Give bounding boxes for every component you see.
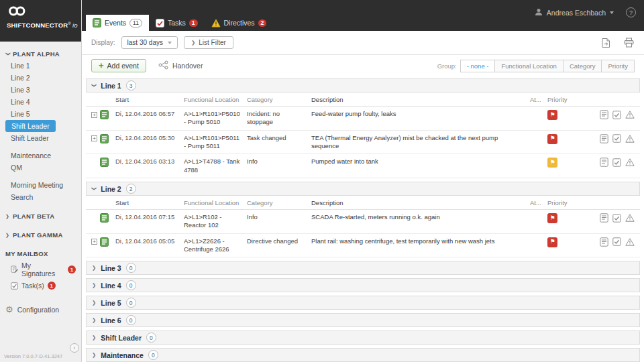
event-row[interactable]: Di, 12.04.2016 07:15 A>L1>R102 - Reactor…	[86, 210, 640, 234]
column-start[interactable]: Start	[115, 96, 184, 103]
sidebar-item-qm[interactable]: QM	[0, 162, 81, 174]
sidebar-section-plant-alpha[interactable]: PLANT ALPHA	[0, 48, 81, 60]
sidebar-collapse-button[interactable]: ‹	[70, 343, 79, 353]
column-attachments[interactable]: At...	[530, 96, 547, 103]
note-action-icon[interactable]	[600, 213, 608, 223]
cell-category: Info	[247, 158, 311, 166]
group-by-option[interactable]: Priority	[601, 60, 635, 72]
column-start[interactable]: Start	[115, 199, 184, 206]
group-header[interactable]: Line 6 0	[86, 313, 640, 327]
note-action-icon[interactable]	[600, 158, 608, 167]
directive-action-icon[interactable]	[625, 214, 635, 222]
task-action-icon[interactable]	[612, 214, 621, 223]
display-select[interactable]: last 30 days	[121, 36, 178, 49]
group-by-option[interactable]: Functional Location	[494, 60, 563, 72]
group-by-label: Group:	[437, 62, 457, 70]
column-functional-location[interactable]: Functional Location	[184, 96, 247, 103]
sidebar-item-line-5[interactable]: Line 5	[0, 108, 81, 120]
tab-count-badge: 11	[129, 19, 142, 27]
group-header[interactable]: Line 4 0	[86, 278, 640, 292]
display-label: Display:	[91, 39, 115, 46]
group-header[interactable]: Maintenance 0	[86, 348, 640, 362]
task-action-icon[interactable]	[612, 158, 621, 167]
sidebar-item-line-1[interactable]: Line 1	[0, 60, 81, 72]
sidebar-section-plant-gamma[interactable]: PLANT GAMMA	[0, 229, 81, 241]
event-row[interactable]: Di, 12.04.2016 03:13 A>L1>T4788 - Tank 4…	[86, 154, 640, 178]
group-header[interactable]: Line 5 0	[86, 296, 640, 310]
sidebar-item-line-3[interactable]: Line 3	[0, 84, 81, 96]
group-by-option[interactable]: Category	[563, 60, 602, 72]
task-action-icon[interactable]	[612, 134, 621, 143]
cell-description: Pumped water into tank	[311, 158, 530, 166]
row-expander[interactable]	[91, 112, 97, 118]
section-label: PLANT GAMMA	[13, 231, 63, 239]
group-count-badge: 0	[126, 315, 136, 325]
column-priority[interactable]: Priority	[547, 96, 576, 103]
sidebar-section-plant-beta[interactable]: PLANT BETA	[0, 210, 81, 222]
directive-action-icon[interactable]	[625, 135, 635, 143]
sidebar-item-task-s[interactable]: Task(s)1	[0, 280, 81, 292]
group-label: Line 6	[101, 316, 121, 324]
group-chevron-icon	[92, 282, 96, 288]
sidebar-item-shift-leader[interactable]: Shift Leader	[0, 132, 81, 144]
row-expander[interactable]	[91, 239, 97, 245]
print-icon[interactable]	[623, 38, 635, 48]
note-action-icon[interactable]	[600, 134, 608, 143]
group-header[interactable]: Line 2 2	[86, 182, 640, 196]
export-icon[interactable]	[600, 38, 612, 48]
group-label: Line 2	[101, 185, 121, 193]
infinity-logo-icon	[7, 10, 27, 18]
column-category[interactable]: Category	[247, 96, 311, 103]
sidebar-item-maintenance[interactable]: Maintenance	[0, 149, 81, 162]
sidebar-item-morning-meeting[interactable]: Morning Meeting	[0, 179, 81, 191]
event-row[interactable]: Di, 12.04.2016 05:30 A>L1>R101>P5011 - P…	[86, 131, 640, 155]
group-line-6: Line 6 0	[86, 313, 640, 327]
cell-functional-location: A>L1>R101>P5010 - Pump 5010	[184, 110, 247, 127]
group-line-5: Line 5 0	[86, 296, 640, 310]
group-label: Line 3	[101, 264, 121, 272]
sidebar-item-line-2[interactable]: Line 2	[0, 72, 81, 84]
group-header[interactable]: Line 1 3	[86, 78, 640, 93]
handover-button[interactable]: Handover	[154, 58, 207, 73]
sidebar-section-my-mailbox[interactable]: MY MAILBOX	[0, 247, 81, 259]
list-filter-button[interactable]: List Filter	[184, 36, 233, 49]
column-description[interactable]: Description	[311, 199, 530, 206]
group-by-option[interactable]: - none -	[460, 60, 496, 72]
row-expander[interactable]	[91, 135, 97, 141]
group-header[interactable]: Shift Leader 0	[86, 330, 640, 345]
event-row[interactable]: Di, 12.04.2016 05:05 A>L1>Z2626 - Centri…	[86, 234, 640, 258]
group-header[interactable]: Line 3 0	[86, 261, 640, 275]
handover-icon	[158, 60, 168, 71]
sidebar-item-line-4[interactable]: Line 4	[0, 96, 81, 108]
directive-action-icon[interactable]	[625, 238, 635, 246]
task-action-icon[interactable]	[612, 237, 621, 246]
group-count-badge: 0	[126, 298, 136, 308]
column-functional-location[interactable]: Functional Location	[184, 199, 247, 206]
tab-directives[interactable]: Directives 2	[205, 15, 274, 31]
user-menu[interactable]: Andreas Eschbach ?	[535, 7, 636, 17]
add-event-button[interactable]: + Add event	[91, 59, 146, 72]
cell-functional-location: A>L1>T4788 - Tank 4788	[184, 158, 247, 174]
app-logo: SHIFTCONNECTOR®io	[0, 0, 81, 42]
note-action-icon[interactable]	[600, 237, 608, 247]
sidebar-item-search[interactable]: Search	[0, 191, 81, 203]
group-count-badge: 0	[148, 350, 158, 360]
tab-tasks[interactable]: Tasks 1	[149, 15, 205, 31]
tab-events[interactable]: Events 11	[86, 15, 149, 31]
filter-toolbar: Display: last 30 days List Filter	[82, 31, 644, 55]
task-icon	[11, 282, 18, 290]
event-row[interactable]: Di, 12.04.2016 06:57 A>L1>R101>P5010 - P…	[86, 107, 640, 131]
sidebar-item-shift-leader[interactable]: Shift Leader	[5, 120, 56, 132]
column-priority[interactable]: Priority	[547, 199, 576, 206]
task-action-icon[interactable]	[612, 111, 621, 119]
column-category[interactable]: Category	[247, 199, 311, 206]
column-attachments[interactable]: At...	[530, 199, 547, 206]
help-button[interactable]: ?	[626, 7, 636, 17]
directive-action-icon[interactable]	[625, 158, 635, 166]
sidebar-item-my-signatures[interactable]: My Signatures1	[0, 259, 81, 280]
column-description[interactable]: Description	[311, 96, 530, 103]
configuration-button[interactable]: ⚙ Configuration	[0, 302, 81, 317]
directive-action-icon[interactable]	[625, 111, 635, 119]
cell-description: SCADA Re-started, meters running o.k. ag…	[311, 213, 530, 221]
note-action-icon[interactable]	[600, 110, 608, 119]
